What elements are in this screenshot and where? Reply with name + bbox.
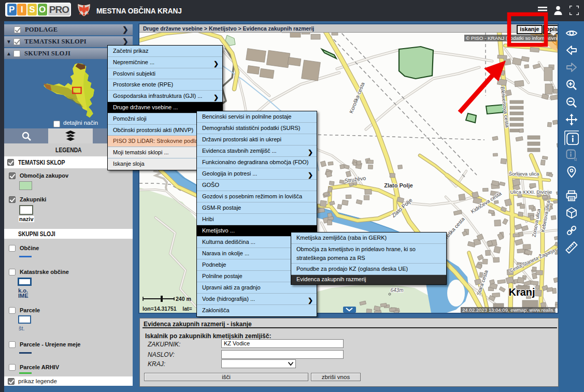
svg-text:g: g — [574, 156, 577, 161]
